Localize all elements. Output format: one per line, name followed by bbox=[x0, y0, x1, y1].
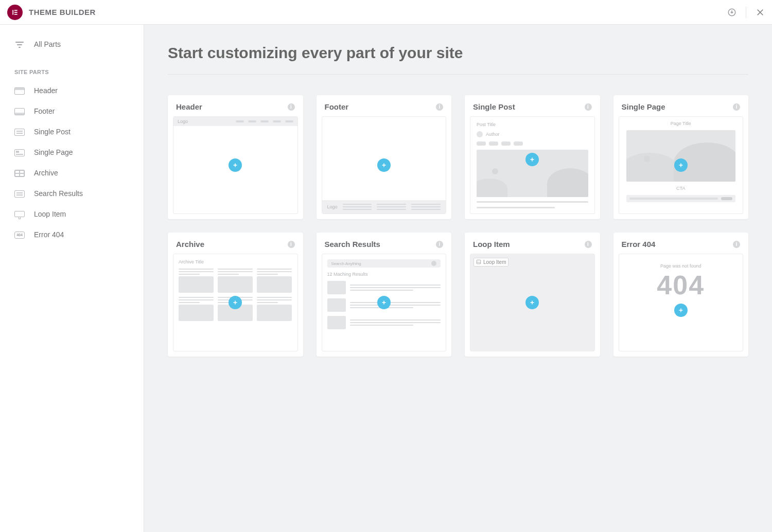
main: Start customizing every part of your sit… bbox=[144, 25, 772, 532]
logo-label: Logo bbox=[178, 119, 188, 124]
page-heading: Start customizing every part of your sit… bbox=[168, 44, 748, 75]
card-preview: Search Anything 12 Maching Results bbox=[322, 254, 447, 351]
card-preview: Loop Item bbox=[470, 254, 595, 351]
sidebar-item-label: Error 404 bbox=[34, 230, 64, 239]
post-title-label: Post Title bbox=[477, 122, 588, 127]
search-results-count: 12 Maching Results bbox=[327, 272, 441, 277]
card-title: Loop Item bbox=[473, 240, 510, 249]
error-icon: 404 bbox=[14, 232, 25, 239]
card-preview: Logo bbox=[322, 116, 447, 214]
not-found-code: 404 bbox=[657, 272, 705, 298]
svg-rect-5 bbox=[477, 260, 481, 264]
svg-rect-0 bbox=[12, 10, 13, 14]
brand: THEME BUILDER bbox=[7, 5, 96, 20]
card-error-404: Error 404 i Page was not found 404 bbox=[613, 233, 749, 357]
topbar: THEME BUILDER bbox=[0, 0, 772, 25]
archive-title-label: Archive Title bbox=[179, 259, 292, 264]
author-label: Author bbox=[486, 132, 500, 137]
search-icon bbox=[431, 261, 436, 266]
broken-image-icon: Loop Item bbox=[473, 258, 508, 267]
filter-icon bbox=[14, 40, 25, 48]
archive-icon bbox=[14, 170, 25, 177]
sidebar-item-footer[interactable]: Footer bbox=[0, 101, 144, 121]
logo-label: Logo bbox=[327, 204, 338, 209]
search-results-icon bbox=[14, 190, 25, 198]
info-icon[interactable]: i bbox=[288, 241, 295, 248]
add-single-post-button[interactable] bbox=[525, 153, 539, 166]
add-search-results-button[interactable] bbox=[377, 296, 391, 309]
top-actions bbox=[727, 7, 765, 18]
app-title: THEME BUILDER bbox=[29, 8, 96, 16]
divider bbox=[746, 7, 746, 18]
card-single-post: Single Post i Post Title Author bbox=[465, 95, 600, 219]
not-found-label: Page was not found bbox=[660, 263, 701, 269]
info-icon[interactable]: i bbox=[436, 241, 443, 248]
footer-icon bbox=[14, 108, 25, 115]
sidebar-item-label: Loop Item bbox=[34, 210, 66, 218]
card-preview: Page was not found 404 bbox=[619, 254, 744, 351]
add-single-page-button[interactable] bbox=[674, 158, 688, 172]
loop-alt-text: Loop Item bbox=[483, 259, 506, 265]
card-loop-item: Loop Item i Loop Item bbox=[465, 233, 600, 357]
info-icon[interactable]: i bbox=[288, 103, 295, 111]
card-preview: Page Title CTA bbox=[619, 116, 744, 214]
sidebar-item-single-post[interactable]: Single Post bbox=[0, 121, 144, 142]
card-archive: Archive i Archive Title bbox=[168, 233, 303, 357]
card-title: Footer bbox=[325, 102, 349, 111]
card-preview: Logo bbox=[173, 116, 298, 214]
sidebar: All Parts SITE PARTS Header Footer Singl… bbox=[0, 25, 144, 532]
add-header-button[interactable] bbox=[229, 158, 242, 172]
info-icon[interactable]: i bbox=[585, 103, 592, 111]
post-icon bbox=[14, 129, 25, 136]
close-icon[interactable] bbox=[756, 8, 765, 17]
sidebar-item-loop-item[interactable]: Loop Item bbox=[0, 204, 144, 224]
card-title: Header bbox=[176, 102, 202, 111]
card-title: Archive bbox=[176, 240, 204, 249]
svg-rect-1 bbox=[14, 10, 17, 11]
sidebar-item-error-404[interactable]: 404 Error 404 bbox=[0, 224, 144, 245]
card-header: Header i Logo bbox=[168, 95, 303, 219]
sidebar-item-label: Single Page bbox=[34, 148, 73, 156]
sidebar-item-archive[interactable]: Archive bbox=[0, 163, 144, 183]
loop-icon bbox=[14, 211, 25, 217]
cards-grid: Header i Logo bbox=[168, 95, 748, 357]
search-placeholder: Search Anything bbox=[331, 261, 361, 266]
sidebar-item-label: Footer bbox=[34, 107, 55, 115]
info-icon[interactable]: i bbox=[733, 241, 740, 248]
sidebar-item-label: Search Results bbox=[34, 189, 83, 198]
card-search-results: Search Results i Search Anything 12 Mach… bbox=[317, 233, 452, 357]
sidebar-all-parts[interactable]: All Parts bbox=[0, 34, 144, 55]
info-icon[interactable]: i bbox=[733, 103, 740, 111]
svg-rect-2 bbox=[14, 12, 17, 13]
add-footer-button[interactable] bbox=[377, 158, 391, 172]
sidebar-item-label: All Parts bbox=[34, 40, 61, 48]
download-icon[interactable] bbox=[727, 8, 736, 17]
cta-label: CTA bbox=[676, 186, 685, 191]
add-loop-item-button[interactable] bbox=[525, 296, 539, 309]
info-icon[interactable]: i bbox=[585, 241, 592, 248]
card-title: Search Results bbox=[325, 240, 380, 249]
sidebar-section-label: SITE PARTS bbox=[0, 55, 144, 80]
card-title: Error 404 bbox=[622, 240, 656, 249]
sidebar-item-label: Single Post bbox=[34, 128, 71, 136]
sidebar-item-search-results[interactable]: Search Results bbox=[0, 183, 144, 204]
page-title-label: Page Title bbox=[671, 121, 691, 126]
card-preview: Post Title Author bbox=[470, 116, 595, 214]
page-icon bbox=[14, 149, 25, 156]
card-footer: Footer i Logo bbox=[317, 95, 452, 219]
sidebar-item-single-page[interactable]: Single Page bbox=[0, 142, 144, 163]
sidebar-item-label: Archive bbox=[34, 169, 58, 177]
add-error-404-button[interactable] bbox=[674, 304, 688, 317]
elementor-logo-icon bbox=[7, 5, 23, 20]
add-archive-button[interactable] bbox=[229, 296, 242, 309]
sidebar-item-header[interactable]: Header bbox=[0, 80, 144, 101]
card-title: Single Post bbox=[473, 102, 515, 111]
svg-rect-3 bbox=[14, 13, 17, 14]
info-icon[interactable]: i bbox=[436, 103, 443, 111]
sidebar-item-label: Header bbox=[34, 86, 58, 95]
card-preview: Archive Title bbox=[173, 254, 298, 351]
header-icon bbox=[14, 87, 25, 95]
card-title: Single Page bbox=[622, 102, 665, 111]
card-single-page: Single Page i Page Title CTA bbox=[613, 95, 749, 219]
